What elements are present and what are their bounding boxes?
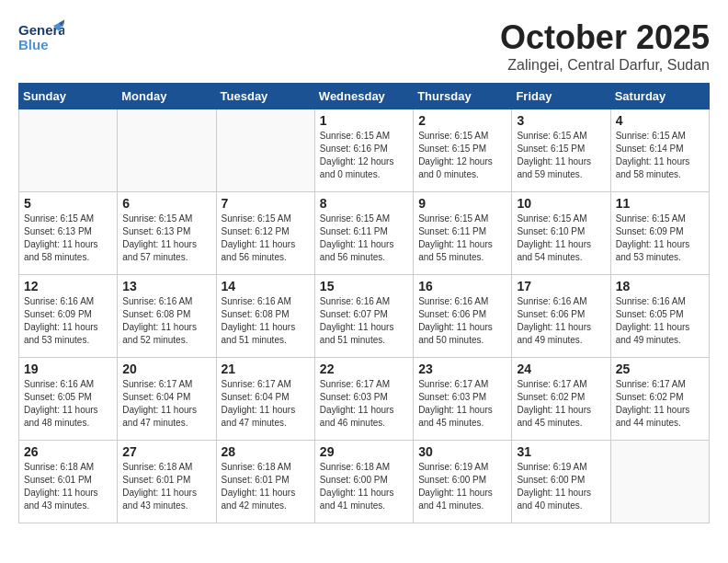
logo-icon: General Blue xyxy=(18,18,64,61)
day-number: 12 xyxy=(24,279,112,293)
calendar-cell: 10Sunrise: 6:15 AM Sunset: 6:10 PM Dayli… xyxy=(512,192,610,275)
day-number: 22 xyxy=(320,362,408,376)
day-number: 18 xyxy=(616,279,704,293)
calendar-cell: 7Sunrise: 6:15 AM Sunset: 6:12 PM Daylig… xyxy=(216,192,314,275)
calendar-cell: 20Sunrise: 6:17 AM Sunset: 6:04 PM Dayli… xyxy=(118,358,216,441)
day-info: Sunrise: 6:16 AM Sunset: 6:08 PM Dayligh… xyxy=(122,295,210,347)
calendar-cell: 11Sunrise: 6:15 AM Sunset: 6:09 PM Dayli… xyxy=(610,192,709,275)
calendar-week-row: 19Sunrise: 6:16 AM Sunset: 6:05 PM Dayli… xyxy=(19,358,710,441)
day-number: 13 xyxy=(122,279,210,293)
calendar-week-row: 26Sunrise: 6:18 AM Sunset: 6:01 PM Dayli… xyxy=(19,441,710,523)
day-info: Sunrise: 6:16 AM Sunset: 6:07 PM Dayligh… xyxy=(320,295,408,347)
column-header-friday: Friday xyxy=(512,84,610,109)
calendar-cell: 6Sunrise: 6:15 AM Sunset: 6:13 PM Daylig… xyxy=(118,192,216,275)
day-number: 26 xyxy=(24,444,112,459)
day-info: Sunrise: 6:17 AM Sunset: 6:03 PM Dayligh… xyxy=(418,378,506,430)
calendar-cell: 19Sunrise: 6:16 AM Sunset: 6:05 PM Dayli… xyxy=(19,358,118,441)
day-info: Sunrise: 6:15 AM Sunset: 6:09 PM Dayligh… xyxy=(616,213,704,264)
day-info: Sunrise: 6:15 AM Sunset: 6:12 PM Dayligh… xyxy=(222,213,310,264)
calendar-cell: 9Sunrise: 6:15 AM Sunset: 6:11 PM Daylig… xyxy=(414,192,512,275)
day-info: Sunrise: 6:15 AM Sunset: 6:14 PM Dayligh… xyxy=(616,130,704,181)
calendar-cell: 1Sunrise: 6:15 AM Sunset: 6:16 PM Daylig… xyxy=(314,109,413,192)
day-info: Sunrise: 6:15 AM Sunset: 6:11 PM Dayligh… xyxy=(418,213,506,264)
calendar-cell: 4Sunrise: 6:15 AM Sunset: 6:14 PM Daylig… xyxy=(610,109,709,192)
day-info: Sunrise: 6:17 AM Sunset: 6:02 PM Dayligh… xyxy=(616,378,704,430)
calendar-cell: 26Sunrise: 6:18 AM Sunset: 6:01 PM Dayli… xyxy=(19,441,118,523)
calendar-cell: 15Sunrise: 6:16 AM Sunset: 6:07 PM Dayli… xyxy=(314,275,413,358)
title-block: October 2025 Zalingei, Central Darfur, S… xyxy=(500,18,710,74)
day-number: 16 xyxy=(418,279,506,293)
day-number: 25 xyxy=(616,362,704,376)
day-number: 11 xyxy=(616,196,704,211)
day-info: Sunrise: 6:16 AM Sunset: 6:06 PM Dayligh… xyxy=(517,295,605,347)
day-number: 9 xyxy=(418,196,506,211)
calendar-cell: 5Sunrise: 6:15 AM Sunset: 6:13 PM Daylig… xyxy=(19,192,118,275)
calendar-cell xyxy=(19,109,118,192)
day-number: 19 xyxy=(24,362,112,376)
day-number: 21 xyxy=(222,362,310,376)
day-number: 15 xyxy=(320,279,408,293)
day-info: Sunrise: 6:16 AM Sunset: 6:06 PM Dayligh… xyxy=(418,295,506,347)
calendar-table: SundayMondayTuesdayWednesdayThursdayFrid… xyxy=(18,83,710,523)
day-info: Sunrise: 6:15 AM Sunset: 6:15 PM Dayligh… xyxy=(418,130,506,181)
day-info: Sunrise: 6:19 AM Sunset: 6:00 PM Dayligh… xyxy=(517,461,605,512)
column-header-sunday: Sunday xyxy=(19,84,118,109)
day-info: Sunrise: 6:16 AM Sunset: 6:08 PM Dayligh… xyxy=(222,295,310,347)
calendar-cell: 21Sunrise: 6:17 AM Sunset: 6:04 PM Dayli… xyxy=(216,358,314,441)
column-header-saturday: Saturday xyxy=(610,84,709,109)
column-header-thursday: Thursday xyxy=(414,84,512,109)
day-info: Sunrise: 6:16 AM Sunset: 6:05 PM Dayligh… xyxy=(24,378,112,430)
calendar-week-row: 5Sunrise: 6:15 AM Sunset: 6:13 PM Daylig… xyxy=(19,192,710,275)
calendar-cell: 24Sunrise: 6:17 AM Sunset: 6:02 PM Dayli… xyxy=(512,358,610,441)
day-number: 8 xyxy=(320,196,408,211)
calendar-cell: 27Sunrise: 6:18 AM Sunset: 6:01 PM Dayli… xyxy=(118,441,216,523)
calendar-cell xyxy=(216,109,314,192)
calendar-cell: 13Sunrise: 6:16 AM Sunset: 6:08 PM Dayli… xyxy=(118,275,216,358)
day-number: 17 xyxy=(517,279,605,293)
day-info: Sunrise: 6:15 AM Sunset: 6:15 PM Dayligh… xyxy=(517,130,605,181)
day-info: Sunrise: 6:17 AM Sunset: 6:02 PM Dayligh… xyxy=(517,378,605,430)
calendar-cell: 30Sunrise: 6:19 AM Sunset: 6:00 PM Dayli… xyxy=(414,441,512,523)
calendar-cell: 3Sunrise: 6:15 AM Sunset: 6:15 PM Daylig… xyxy=(512,109,610,192)
calendar-cell: 12Sunrise: 6:16 AM Sunset: 6:09 PM Dayli… xyxy=(19,275,118,358)
calendar-cell: 16Sunrise: 6:16 AM Sunset: 6:06 PM Dayli… xyxy=(414,275,512,358)
location-subtitle: Zalingei, Central Darfur, Sudan xyxy=(500,57,710,74)
day-info: Sunrise: 6:18 AM Sunset: 6:01 PM Dayligh… xyxy=(222,461,310,512)
page-header: General Blue October 2025 Zalingei, Cent… xyxy=(18,18,710,74)
day-number: 6 xyxy=(122,196,210,211)
calendar-cell: 22Sunrise: 6:17 AM Sunset: 6:03 PM Dayli… xyxy=(314,358,413,441)
day-info: Sunrise: 6:15 AM Sunset: 6:10 PM Dayligh… xyxy=(517,213,605,264)
day-number: 29 xyxy=(320,444,408,459)
calendar-cell xyxy=(610,441,709,523)
day-info: Sunrise: 6:17 AM Sunset: 6:04 PM Dayligh… xyxy=(122,378,210,430)
calendar-cell: 2Sunrise: 6:15 AM Sunset: 6:15 PM Daylig… xyxy=(414,109,512,192)
calendar-cell: 28Sunrise: 6:18 AM Sunset: 6:01 PM Dayli… xyxy=(216,441,314,523)
day-number: 20 xyxy=(122,362,210,376)
svg-text:Blue: Blue xyxy=(18,37,49,52)
day-number: 3 xyxy=(517,113,605,128)
day-info: Sunrise: 6:17 AM Sunset: 6:03 PM Dayligh… xyxy=(320,378,408,430)
calendar-cell: 31Sunrise: 6:19 AM Sunset: 6:00 PM Dayli… xyxy=(512,441,610,523)
column-header-wednesday: Wednesday xyxy=(314,84,413,109)
calendar-week-row: 12Sunrise: 6:16 AM Sunset: 6:09 PM Dayli… xyxy=(19,275,710,358)
day-number: 28 xyxy=(222,444,310,459)
day-number: 10 xyxy=(517,196,605,211)
day-number: 30 xyxy=(418,444,506,459)
calendar-cell: 14Sunrise: 6:16 AM Sunset: 6:08 PM Dayli… xyxy=(216,275,314,358)
month-title: October 2025 xyxy=(500,18,710,57)
calendar-cell: 17Sunrise: 6:16 AM Sunset: 6:06 PM Dayli… xyxy=(512,275,610,358)
day-number: 5 xyxy=(24,196,112,211)
calendar-cell: 23Sunrise: 6:17 AM Sunset: 6:03 PM Dayli… xyxy=(414,358,512,441)
day-number: 27 xyxy=(122,444,210,459)
calendar-cell: 8Sunrise: 6:15 AM Sunset: 6:11 PM Daylig… xyxy=(314,192,413,275)
day-info: Sunrise: 6:18 AM Sunset: 6:01 PM Dayligh… xyxy=(24,461,112,512)
day-info: Sunrise: 6:16 AM Sunset: 6:09 PM Dayligh… xyxy=(24,295,112,347)
calendar-cell: 25Sunrise: 6:17 AM Sunset: 6:02 PM Dayli… xyxy=(610,358,709,441)
day-number: 23 xyxy=(418,362,506,376)
day-number: 7 xyxy=(222,196,310,211)
day-number: 2 xyxy=(418,113,506,128)
day-number: 31 xyxy=(517,444,605,459)
day-info: Sunrise: 6:15 AM Sunset: 6:11 PM Dayligh… xyxy=(320,213,408,264)
day-info: Sunrise: 6:15 AM Sunset: 6:13 PM Dayligh… xyxy=(24,213,112,264)
day-number: 4 xyxy=(616,113,704,128)
